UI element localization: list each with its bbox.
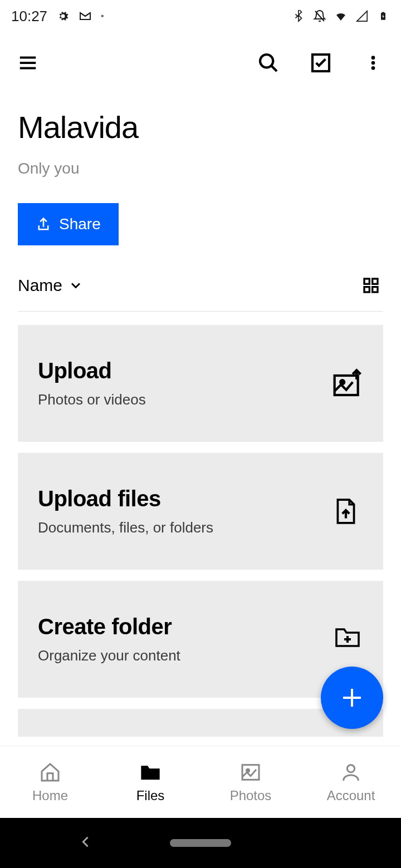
image-icon (239, 761, 262, 783)
nav-files[interactable]: Files (100, 746, 200, 818)
status-bar: 10:27 • (0, 0, 401, 32)
nav-home[interactable]: Home (0, 746, 100, 818)
svg-rect-14 (373, 287, 378, 292)
bottom-navigation: Home Files Photos Account (0, 746, 401, 818)
svg-rect-12 (373, 279, 378, 284)
nav-account[interactable]: Account (301, 746, 401, 818)
share-icon (36, 216, 51, 232)
nav-pill[interactable] (170, 839, 231, 847)
folder-add-icon (332, 624, 363, 655)
system-navigation (0, 818, 401, 868)
app-bar (0, 32, 401, 93)
svg-rect-1 (382, 12, 384, 13)
folder-icon (139, 761, 162, 783)
plus-icon (339, 684, 365, 711)
nav-label: Files (136, 788, 165, 803)
nav-label: Photos (230, 788, 272, 803)
menu-button[interactable] (16, 51, 40, 75)
sort-button[interactable]: Name (18, 276, 84, 295)
wifi-icon (334, 9, 348, 23)
search-button[interactable] (256, 51, 281, 75)
file-upload-icon (332, 496, 363, 527)
dot-icon: • (101, 11, 104, 21)
page-title: Malavida (18, 109, 383, 145)
upload-files-card[interactable]: Upload files Documents, files, or folder… (18, 453, 383, 570)
share-button-label: Share (59, 215, 101, 233)
settings-icon (56, 9, 70, 23)
svg-point-10 (371, 66, 375, 70)
card-description: Photos or videos (38, 391, 146, 408)
svg-point-8 (371, 56, 375, 60)
person-icon (340, 761, 362, 783)
card-description: Organize your content (38, 647, 180, 664)
select-button[interactable] (309, 51, 333, 75)
svg-rect-13 (364, 287, 369, 292)
svg-line-6 (271, 66, 277, 71)
svg-rect-15 (335, 376, 358, 395)
card-title: Upload files (38, 486, 213, 511)
card-description: Documents, files, or folders (38, 519, 213, 536)
bluetooth-icon (292, 9, 305, 23)
svg-rect-19 (242, 765, 259, 780)
gmail-icon (79, 9, 92, 23)
notifications-off-icon (313, 9, 326, 23)
battery-charging-icon (376, 9, 390, 23)
card-title: Create folder (38, 614, 180, 639)
svg-point-5 (260, 55, 273, 67)
svg-point-9 (371, 61, 375, 65)
nav-photos[interactable]: Photos (200, 746, 301, 818)
svg-rect-11 (364, 279, 369, 284)
privacy-label: Only you (18, 160, 383, 177)
home-icon (39, 761, 61, 783)
nav-label: Home (32, 788, 68, 803)
back-button[interactable] (78, 834, 94, 852)
status-time: 10:27 (11, 8, 47, 25)
share-button[interactable]: Share (18, 203, 119, 245)
chevron-down-icon (68, 278, 84, 293)
sort-label: Name (18, 276, 62, 295)
more-options-button[interactable] (361, 51, 385, 75)
signal-icon (355, 9, 369, 23)
svg-point-21 (347, 765, 354, 772)
card-title: Upload (38, 358, 146, 383)
grid-view-button[interactable] (359, 273, 383, 298)
nav-label: Account (327, 788, 375, 803)
image-upload-icon (332, 368, 363, 399)
upload-photos-card[interactable]: Upload Photos or videos (18, 325, 383, 442)
add-fab[interactable] (321, 667, 383, 729)
